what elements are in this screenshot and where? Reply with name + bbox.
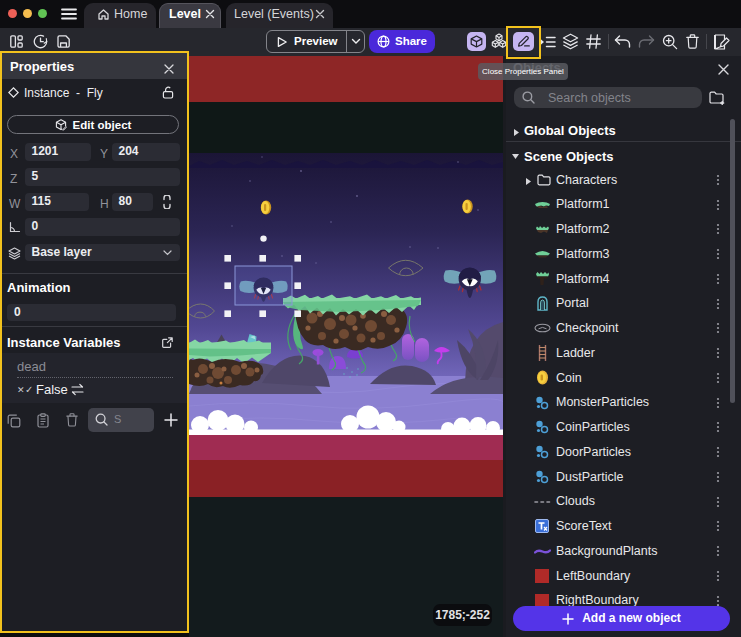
svg-text:1785;-252: 1785;-252 [435, 608, 490, 622]
